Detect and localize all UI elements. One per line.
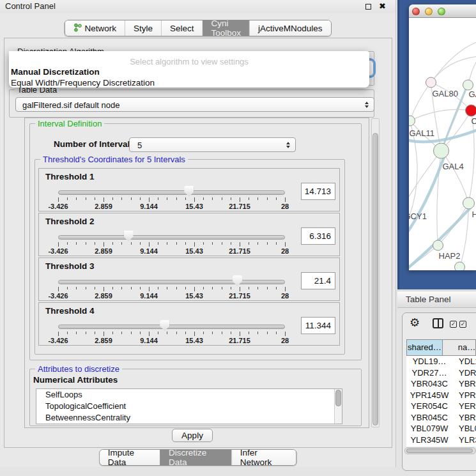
tab-label: Discretize Data [169,449,223,466]
minimize-traffic-light-icon[interactable] [425,8,433,15]
gear-icon[interactable]: ⚙ [410,316,420,330]
table-row[interactable]: YDR27…YDR2 [406,367,476,379]
tab-discretize-data[interactable]: Discretize Data [160,450,231,465]
control-panel-title: Control Panel [5,1,56,11]
control-panel-window: Control Panel ✖ NetworkStyleSelectCyni T… [0,0,396,467]
algorithm-option-equal-width-frequency-discretization[interactable]: Equal Width/Frequency Discretization [9,77,369,88]
zoom-traffic-light-icon[interactable] [438,8,445,15]
table-data-combobox[interactable]: galFiltered.sif default node [15,97,374,112]
threshold-value-field[interactable]: 14.713 [301,183,335,200]
checkbox-icon[interactable]: ✓ [450,321,457,328]
network-node[interactable] [433,240,443,250]
table-hscrollbar-thumb[interactable] [406,449,473,453]
slider-thumb[interactable] [233,275,242,286]
table-row[interactable]: YBR045CYBR0 [406,412,476,424]
column-header-name[interactable]: na… [443,339,476,356]
tick-label: 9.144 [140,292,158,300]
attribute-item-selfloops[interactable]: SelfLoops [36,389,342,401]
cell-shared-name: YDL19… [406,356,452,367]
network-node[interactable] [463,197,475,209]
tick-label: 2.859 [95,247,112,255]
cell-name: YPR1 [452,390,476,401]
slider-track[interactable] [58,190,285,195]
columns-icon[interactable] [433,318,443,328]
tab-label: Network [84,24,116,33]
thresholds-group-title: Threshold's Coordinates for 5 Intervals [40,155,188,164]
network-view[interactable]: GAL80GAL11GAL4GCY1HAP2GACH [409,18,476,270]
table-row[interactable]: YER054CYER0 [406,401,476,412]
table-row[interactable]: YPR145WYPR1 [406,390,476,401]
network-node[interactable] [409,116,415,126]
cell-name: YBL0 [452,423,476,434]
apply-button[interactable]: Apply [172,429,213,442]
slider-ticks: -3.4262.8599.14415.4321.71528 [58,287,285,300]
main-scrollbar-thumb[interactable] [372,133,378,426]
attribute-item-betweennesscentrality[interactable]: BetweennessCentrality [36,412,342,424]
attributes-scrollbar[interactable] [334,389,342,424]
float-window-icon[interactable] [365,4,371,10]
close-icon[interactable]: ✖ [379,1,386,11]
main-scrollbar[interactable] [371,118,380,427]
numerical-attributes-list[interactable]: SelfLoopsTopologicalCoefficientBetweenne… [36,388,342,424]
threshold-value-field[interactable]: 11.344 [301,317,335,334]
tick-label: 28 [281,247,289,255]
threshold-row: Threshold 1-3.4262.8599.14415.4321.71528… [38,168,340,211]
tab-cyni-toolbox[interactable]: Cyni Toolbox [202,20,249,36]
tab-network[interactable]: Network [65,20,125,36]
algorithm-dropdown-popup: Select algorithm to view settings Manual… [9,51,369,88]
table-hscrollbar[interactable] [404,447,476,454]
num-intervals-combobox[interactable]: 5 [129,137,296,152]
slider-thumb[interactable] [184,186,194,197]
algorithm-prompt: Select algorithm to view settings [9,57,369,66]
cell-name: YBR0 [452,378,476,390]
table-panel-titlebar: Table Panel [397,291,476,308]
tick-label: 2.859 [95,292,112,300]
attribute-item-topologicalcoefficient[interactable]: TopologicalCoefficient [36,401,342,412]
cell-shared-name: YBR043C [406,378,452,390]
cell-name: YDR2 [452,367,476,379]
slider-track[interactable] [58,235,285,240]
slider-track[interactable] [58,280,285,284]
threshold-label: Threshold 2 [45,217,95,226]
cell-name: YDL1 [452,356,476,367]
cell-shared-name: YIL052C [406,445,452,447]
network-node[interactable] [455,262,465,270]
attributes-group-title: Attributes to discretize [35,364,122,374]
threshold-value-field[interactable]: 21.4 [301,272,335,289]
table-row[interactable]: YBR043CYBR0 [406,378,476,390]
slider-track[interactable] [58,325,285,329]
close-traffic-light-icon[interactable] [412,8,420,15]
checkbox-icon[interactable]: ✓ [459,321,466,328]
screen: Control Panel ✖ NetworkStyleSelectCyni T… [0,0,476,476]
tick-label: 21.715 [229,292,250,300]
threshold-row: Threshold 2-3.4262.8599.14415.4321.71528… [38,213,340,256]
num-intervals-label: Number of Intervals [54,139,135,149]
tab-impute-data[interactable]: Impute Data [100,450,160,465]
table-row[interactable]: YDL19…YDL1 [406,356,476,367]
tab-jactivemnodules[interactable]: jActiveMNodules [249,20,331,36]
tick-label: 9.144 [140,203,158,210]
network-node[interactable] [426,77,436,88]
network-node[interactable] [463,80,473,90]
threshold-row: Threshold 4-3.4262.8599.14415.4321.71528… [38,302,340,346]
table-row[interactable]: YLR345WYLR3 [406,434,476,446]
network-node[interactable] [434,143,449,158]
tab-infer-network[interactable]: Infer Network [231,450,296,465]
tab-label: Cyni Toolbox [211,20,241,36]
slider-thumb[interactable] [124,231,134,242]
tab-select[interactable]: Select [161,20,203,36]
threshold-value-field[interactable]: 6.316 [301,227,335,245]
attributes-scrollbar-thumb[interactable] [335,390,341,406]
cell-shared-name: YBL079W [406,423,452,434]
cell-name: YLR3 [452,434,476,446]
slider-thumb[interactable] [160,320,169,331]
algorithm-option-manual-discretization[interactable]: Manual Discretization [9,66,369,77]
tab-style[interactable]: Style [125,20,161,36]
column-header-shared-name[interactable]: shared… [406,339,443,356]
node-table[interactable]: shared… na… YDL19…YDL1YDR27…YDR2YBR043CY… [406,339,476,447]
tick-label: 15.43 [185,203,203,210]
attribute-items: SelfLoopsTopologicalCoefficientBetweenne… [36,389,342,424]
network-node[interactable] [466,105,476,116]
table-row[interactable]: YBL079WYBL0 [406,423,476,434]
table-row[interactable]: YIL052CYIL0 [406,445,476,447]
